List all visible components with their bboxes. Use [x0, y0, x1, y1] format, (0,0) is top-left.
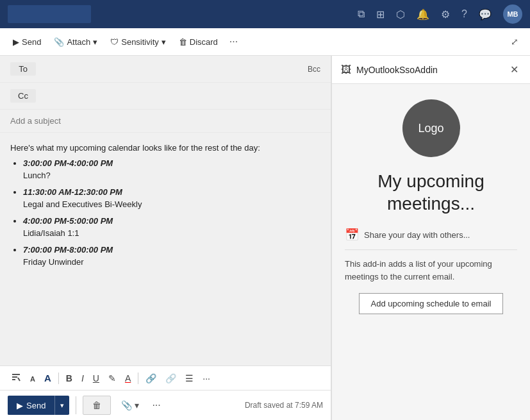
- side-panel: 🖼 MyOutlookSsoAddin ✕ Logo My upcoming m…: [331, 56, 530, 420]
- meetings-list: 3:00:00 PM-4:00:00 PMLunch?11:30:00 AM-1…: [23, 157, 320, 269]
- bcc-link[interactable]: Bcc: [308, 65, 320, 74]
- body-intro: Here's what my upcoming calendar looks l…: [10, 142, 320, 155]
- settings-icon[interactable]: ⚙: [441, 8, 450, 21]
- attach-arrow-icon: ▾: [93, 37, 97, 47]
- list-button[interactable]: ☰: [182, 371, 197, 385]
- link-button[interactable]: 🔗: [142, 371, 160, 385]
- list-item: 11:30:00 AM-12:30:00 PMLegal and Executi…: [23, 186, 320, 211]
- list-icon: ☰: [185, 373, 194, 383]
- format-more-button[interactable]: ···: [199, 371, 213, 385]
- attach-action-arrow: ▾: [135, 400, 139, 410]
- underline-button[interactable]: U: [90, 371, 103, 385]
- panel-icon: 🖼: [341, 64, 351, 76]
- unlink-button[interactable]: 🔗: [162, 371, 179, 385]
- bold-icon: B: [66, 373, 72, 383]
- compose-toolbar: ▶ Send 📎 Attach ▾ 🛡 Sensitivity ▾ 🗑 Disc…: [0, 28, 530, 56]
- discard-button[interactable]: 🗑 Discard: [174, 35, 223, 49]
- add-schedule-button[interactable]: Add upcoming schedule to email: [359, 293, 504, 314]
- unlink-icon: 🔗: [165, 373, 176, 383]
- attach-icon: 📎: [54, 37, 64, 47]
- sensitivity-button[interactable]: 🛡 Sensitivity ▾: [105, 35, 171, 49]
- send-group: ▶ Send ▾: [8, 396, 69, 415]
- subject-row: [0, 110, 331, 133]
- clear-formatting-icon: [11, 372, 21, 382]
- send-action-button[interactable]: ▶ Send: [8, 396, 54, 415]
- font-color-button[interactable]: A: [122, 371, 134, 385]
- highlight-icon: ✎: [108, 373, 116, 383]
- help-icon[interactable]: ?: [461, 8, 467, 20]
- font-size-down-button[interactable]: A: [27, 371, 38, 385]
- font-size-down-icon: A: [30, 375, 35, 383]
- send-icon: ▶: [13, 37, 19, 47]
- to-field-row: To Bcc: [0, 56, 331, 83]
- panel-title: MyOutlookSsoAddin: [356, 65, 502, 75]
- subject-input[interactable]: [10, 116, 320, 126]
- feedback-icon[interactable]: 💬: [479, 8, 492, 21]
- delete-icon: 🗑: [92, 400, 101, 410]
- app-title-bar: [8, 5, 91, 23]
- grid-icon[interactable]: ⊞: [376, 8, 385, 21]
- underline-icon: U: [93, 373, 99, 383]
- discard-label: Discard: [190, 37, 218, 47]
- send-arrow-icon: ▶: [17, 401, 23, 410]
- panel-close-button[interactable]: ✕: [508, 62, 521, 77]
- italic-icon: I: [81, 373, 84, 383]
- list-item: 3:00:00 PM-4:00:00 PMLunch?: [23, 157, 320, 182]
- sensitivity-label: Sensitivity: [121, 37, 159, 47]
- panel-body: Logo My upcoming meetings... 📅 Share you…: [332, 84, 530, 420]
- send-label: Send: [22, 37, 41, 47]
- draft-status: Draft saved at 7:59 AM: [245, 401, 323, 410]
- italic-button[interactable]: I: [78, 371, 87, 385]
- cc-button[interactable]: Cc: [10, 89, 36, 103]
- share-text: Share your day with others...: [364, 230, 470, 240]
- send-dropdown-button[interactable]: ▾: [55, 397, 69, 414]
- svg-line-3: [18, 378, 20, 381]
- send-action-label: Send: [26, 401, 46, 410]
- link-icon: 🔗: [145, 373, 156, 383]
- switch-windows-icon[interactable]: ⧉: [358, 8, 365, 20]
- toolbar-more-button[interactable]: ···: [226, 33, 242, 50]
- share-row: 📅 Share your day with others...: [345, 228, 517, 250]
- format-separator-1: [58, 373, 59, 384]
- clear-formatting-button[interactable]: [8, 370, 24, 386]
- top-nav: ⧉ ⊞ ⬡ 🔔 ⚙ ? 💬 MB: [0, 0, 530, 28]
- action-more-button[interactable]: ···: [149, 396, 163, 415]
- font-size-up-icon: A: [44, 373, 51, 383]
- list-item: 4:00:00 PM-5:00:00 PMLidia/Isaiah 1:1: [23, 215, 320, 240]
- svg-rect-1: [12, 376, 17, 378]
- attach-button[interactable]: 📎 Attach ▾: [49, 35, 103, 49]
- font-size-up-button[interactable]: A: [41, 371, 54, 385]
- send-button[interactable]: ▶ Send: [8, 35, 46, 49]
- to-input[interactable]: [36, 64, 308, 74]
- panel-description: This add-in adds a list of your upcoming…: [345, 258, 517, 283]
- share-icon[interactable]: ⬡: [396, 8, 405, 21]
- delete-draft-button[interactable]: 🗑: [83, 396, 111, 415]
- notification-icon[interactable]: 🔔: [417, 8, 429, 21]
- sensitivity-arrow-icon: ▾: [161, 37, 166, 47]
- action-bar: ▶ Send ▾ 🗑 📎 ▾ ··· Draft saved at 7:59 A…: [0, 390, 331, 420]
- compose-area: To Bcc Cc Here's what my upcoming calend…: [0, 56, 331, 420]
- attach-action-button[interactable]: 📎 ▾: [116, 396, 144, 414]
- svg-rect-2: [12, 379, 15, 380]
- highlight-button[interactable]: ✎: [105, 371, 119, 385]
- svg-rect-0: [12, 374, 20, 375]
- cc-input[interactable]: [36, 91, 320, 101]
- action-separator: [76, 396, 76, 414]
- discard-icon: 🗑: [179, 37, 187, 47]
- attach-action-icon: 📎: [121, 400, 132, 410]
- email-body[interactable]: Here's what my upcoming calendar looks l…: [0, 133, 331, 365]
- format-toolbar: A A B I U ✎ A 🔗: [0, 365, 331, 390]
- bold-button[interactable]: B: [63, 371, 76, 385]
- expand-button[interactable]: ⤢: [507, 34, 522, 49]
- compose-panel-area: To Bcc Cc Here's what my upcoming calend…: [0, 56, 530, 420]
- sensitivity-icon: 🛡: [110, 37, 119, 47]
- to-button[interactable]: To: [10, 62, 36, 76]
- list-item: 7:00:00 PM-8:00:00 PMFriday Unwinder: [23, 244, 320, 269]
- format-separator-2: [138, 373, 138, 384]
- attach-label: Attach: [67, 37, 90, 47]
- format-more-icon: ···: [203, 373, 210, 383]
- font-color-icon: A: [125, 373, 131, 383]
- panel-heading: My upcoming meetings...: [345, 170, 517, 215]
- logo-circle: Logo: [402, 99, 460, 157]
- avatar[interactable]: MB: [503, 4, 522, 24]
